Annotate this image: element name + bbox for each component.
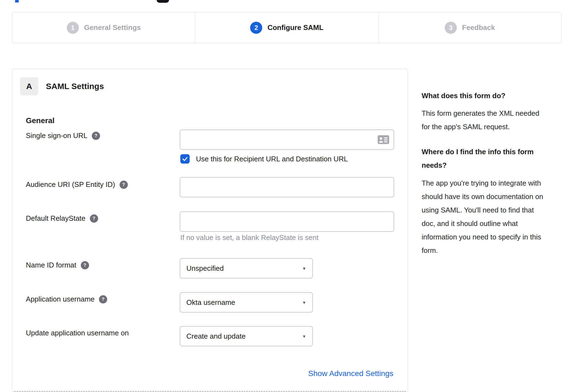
chevron-down-icon: ▼: [302, 300, 306, 305]
step-general-settings[interactable]: 1 General Settings: [12, 12, 195, 43]
chevron-down-icon: ▼: [302, 334, 306, 339]
update-username-select[interactable]: Create and update ▼: [180, 326, 313, 346]
update-username-label: Update application username on: [26, 329, 129, 337]
audience-uri-label-text: Audience URI (SP Entity ID): [26, 180, 115, 189]
help-question-2: Where do I find the info this form needs…: [422, 145, 549, 172]
general-section-heading: General: [26, 116, 54, 125]
help-answer-1: This form generates the XML needed for t…: [422, 107, 549, 134]
step-label: Feedback: [462, 23, 495, 32]
app-username-select[interactable]: Okta username ▼: [180, 292, 313, 313]
wizard-stepper: 1 General Settings 2 Configure SAML 3 Fe…: [12, 12, 562, 43]
sso-url-label-text: Single sign-on URL: [26, 131, 87, 140]
step-label: General Settings: [84, 23, 141, 32]
clipped-header-icon: [157, 0, 169, 3]
relay-state-label-text: Default RelayState: [26, 214, 85, 223]
recipient-url-checkbox-label: Use this for Recipient URL and Destinati…: [196, 155, 348, 163]
step-label: Configure SAML: [267, 23, 324, 32]
name-id-format-select[interactable]: Unspecified ▼: [180, 258, 313, 278]
saml-settings-panel: A SAML Settings General Single sign-on U…: [12, 69, 408, 392]
help-icon[interactable]: ?: [99, 295, 107, 303]
help-icon[interactable]: ?: [90, 214, 98, 223]
app-username-label: Application username ?: [26, 295, 107, 303]
app-username-label-text: Application username: [26, 295, 95, 303]
sso-url-input[interactable]: [180, 129, 394, 150]
check-icon: [182, 156, 188, 162]
audience-uri-input[interactable]: [180, 177, 394, 197]
update-username-label-text: Update application username on: [26, 329, 129, 337]
sso-url-label: Single sign-on URL ?: [26, 131, 100, 140]
recipient-url-checkbox[interactable]: [180, 154, 190, 164]
step-feedback[interactable]: 3 Feedback: [378, 12, 561, 43]
help-icon[interactable]: ?: [81, 261, 89, 269]
step-number-badge: 2: [250, 22, 262, 34]
help-icon[interactable]: ?: [92, 132, 100, 140]
clipped-header-accent: [15, 0, 19, 2]
name-id-format-label: Name ID format ?: [26, 261, 89, 269]
relay-state-label: Default RelayState ?: [26, 214, 98, 223]
section-dashed-divider: [14, 391, 406, 392]
relay-state-helper: If no value is set, a blank RelayState i…: [180, 233, 319, 242]
chevron-down-icon: ▼: [302, 266, 306, 271]
help-question-1: What does this form do?: [422, 89, 549, 103]
help-answer-2: The app you're trying to integrate with …: [422, 176, 549, 257]
step-number-badge: 1: [67, 22, 79, 34]
sso-url-input-wrap: [180, 129, 394, 150]
name-id-format-value: Unspecified: [186, 264, 224, 273]
relay-state-input[interactable]: [180, 211, 394, 232]
update-username-value: Create and update: [186, 332, 245, 341]
show-advanced-settings-link[interactable]: Show Advanced Settings: [308, 369, 393, 378]
audience-uri-label: Audience URI (SP Entity ID) ?: [26, 180, 128, 189]
step-configure-saml[interactable]: 2 Configure SAML: [195, 12, 378, 43]
app-username-value: Okta username: [186, 298, 235, 307]
help-icon[interactable]: ?: [120, 181, 128, 189]
step-number-badge: 3: [445, 22, 457, 34]
section-a-badge: A: [20, 77, 38, 95]
panel-title: SAML Settings: [46, 82, 104, 91]
panel-header: A SAML Settings: [20, 77, 104, 95]
name-id-format-label-text: Name ID format: [26, 261, 76, 269]
